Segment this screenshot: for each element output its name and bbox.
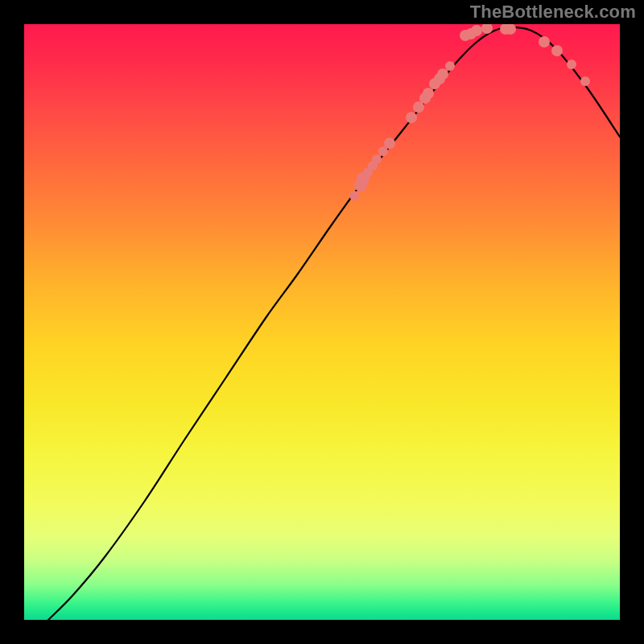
chart-frame: TheBottleneck.com bbox=[0, 0, 644, 644]
bottleneck-curve bbox=[48, 27, 620, 620]
data-point bbox=[349, 191, 359, 200]
data-point bbox=[445, 61, 455, 71]
data-point bbox=[551, 45, 563, 56]
data-point bbox=[406, 112, 417, 123]
data-point bbox=[567, 60, 576, 69]
data-point bbox=[437, 68, 448, 80]
data-point bbox=[539, 36, 550, 47]
data-point bbox=[372, 155, 382, 164]
plot-area bbox=[24, 24, 620, 620]
data-point bbox=[580, 76, 590, 86]
curve-svg bbox=[24, 24, 620, 620]
watermark-text: TheBottleneck.com bbox=[470, 2, 636, 23]
data-point bbox=[423, 88, 434, 99]
data-points-group bbox=[349, 24, 590, 200]
data-point bbox=[384, 138, 395, 149]
data-point bbox=[471, 25, 482, 36]
